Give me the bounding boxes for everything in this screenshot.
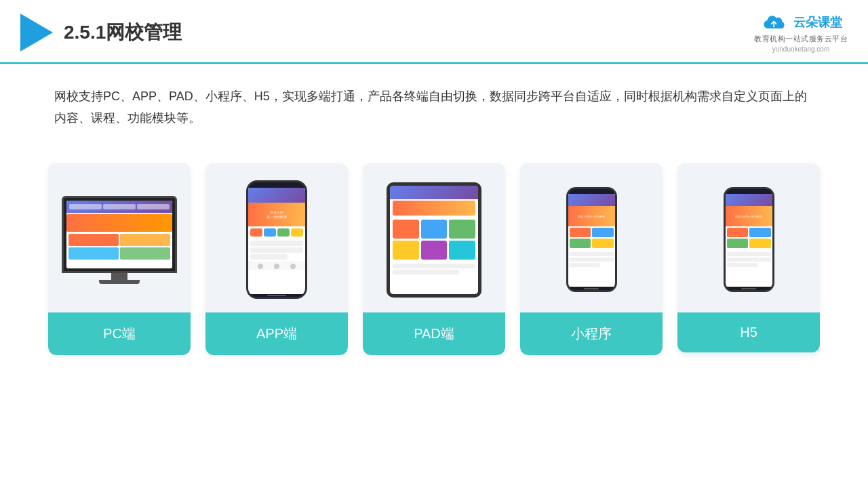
- description-text: 网校支持PC、APP、PAD、小程序、H5，实现多端打通，产品各终端自由切换，数…: [0, 64, 868, 143]
- card-miniprogram: 职涯人的第一堂判断课: [520, 163, 663, 355]
- card-pc: PC端: [48, 163, 191, 355]
- brand-tagline: 教育机构一站式服务云平台: [754, 34, 848, 44]
- pc-monitor-icon: [62, 196, 177, 284]
- phone-mockup-icon: 职涯人的第一堂判断课: [246, 180, 307, 299]
- platform-cards: PC端 职涯人的第一堂判断课: [0, 143, 868, 382]
- card-app: 职涯人的第一堂判断课: [205, 163, 348, 355]
- cloud-logo-icon: [760, 12, 789, 33]
- page-header: 2.5.1网校管理 云朵课堂 教育机构一站式服务云平台 yunduoketang…: [0, 0, 868, 64]
- tablet-mockup-icon: [387, 182, 481, 298]
- card-h5: 职涯人的第一堂判断课: [677, 163, 820, 355]
- mini-phone-mockup-icon: 职涯人的第一堂判断课: [566, 187, 617, 292]
- card-app-image: 职涯人的第一堂判断课: [205, 163, 348, 312]
- page-title: 2.5.1网校管理: [64, 20, 182, 45]
- brand-url: yunduoketang.com: [772, 45, 830, 53]
- card-miniprogram-label: 小程序: [520, 312, 663, 355]
- card-h5-label: H5: [677, 312, 820, 352]
- card-pad: PAD端: [363, 163, 505, 355]
- card-pc-label: PC端: [48, 312, 191, 355]
- card-pc-image: [48, 163, 191, 312]
- logo-icon: [20, 14, 53, 52]
- brand-area: 云朵课堂 教育机构一站式服务云平台 yunduoketang.com: [754, 12, 848, 53]
- header-left: 2.5.1网校管理: [20, 14, 182, 52]
- card-h5-image: 职涯人的第一堂判断课: [677, 163, 820, 312]
- card-miniprogram-image: 职涯人的第一堂判断课: [520, 163, 663, 312]
- h5-phone-mockup-icon: 职涯人的第一堂判断课: [724, 187, 774, 292]
- card-pad-image: [363, 163, 505, 312]
- brand-logo: 云朵课堂: [760, 12, 842, 33]
- brand-name: 云朵课堂: [793, 14, 842, 30]
- card-pad-label: PAD端: [363, 312, 505, 355]
- card-app-label: APP端: [205, 312, 348, 355]
